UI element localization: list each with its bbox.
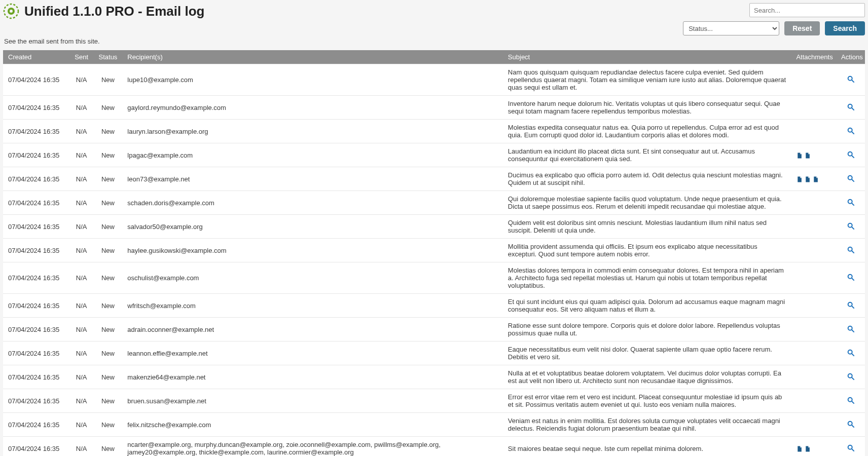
cell-sent: N/A	[69, 318, 94, 341]
svg-point-17	[848, 247, 852, 251]
table-row: 07/04/2024 16:35N/ANewfelix.nitzsche@exa…	[3, 413, 865, 437]
cell-recipients: oschulist@example.com	[122, 262, 503, 294]
svg-point-13	[848, 199, 852, 203]
view-action-icon[interactable]	[847, 77, 855, 85]
view-action-icon[interactable]	[847, 351, 855, 358]
attachment-file-icon[interactable]	[796, 444, 803, 452]
cell-recipients: adrain.oconner@example.net	[122, 318, 503, 341]
svg-line-4	[852, 80, 854, 83]
view-action-icon[interactable]	[847, 248, 855, 255]
reset-button[interactable]: Reset	[784, 21, 820, 35]
cell-recipients: wfritsch@example.com	[122, 294, 503, 318]
view-action-icon[interactable]	[847, 374, 855, 382]
cell-created: 07/04/2024 16:35	[3, 318, 69, 341]
cell-attachments	[791, 96, 836, 120]
cell-subject: Veniam est natus in enim mollitia. Est d…	[503, 413, 791, 437]
cell-recipients: felix.nitzsche@example.com	[122, 413, 503, 437]
cell-subject: Ratione esse sunt dolore tempore. Corpor…	[503, 318, 791, 341]
svg-line-12	[852, 179, 854, 182]
cell-status: New	[94, 215, 123, 239]
table-row: 07/04/2024 16:35N/ANewadrain.oconner@exa…	[3, 318, 865, 341]
cell-recipients: makenzie64@example.net	[122, 365, 503, 389]
cell-sent: N/A	[69, 120, 94, 143]
cell-sent: N/A	[69, 341, 94, 365]
cell-subject: Sit maiores beatae sequi neque. Iste cum…	[503, 437, 791, 457]
email-log-table: Created Sent Status Recipient(s) Subject…	[3, 50, 865, 456]
cell-recipients: gaylord.reymundo@example.com	[122, 96, 503, 120]
cell-attachments	[791, 413, 836, 437]
view-action-icon[interactable]	[847, 303, 855, 311]
view-action-icon[interactable]	[847, 327, 855, 334]
cell-created: 07/04/2024 16:35	[3, 215, 69, 239]
attachment-file-icon[interactable]	[796, 151, 803, 159]
view-action-icon[interactable]	[847, 105, 855, 112]
cell-status: New	[94, 143, 123, 167]
view-action-icon[interactable]	[847, 398, 855, 406]
attachment-file-icon[interactable]	[804, 175, 811, 183]
svg-point-19	[848, 275, 852, 279]
cell-sent: N/A	[69, 239, 94, 262]
cell-subject: Error est error vitae rem et vero est in…	[503, 389, 791, 413]
svg-line-32	[852, 425, 854, 428]
svg-line-28	[852, 377, 854, 380]
cell-created: 07/04/2024 16:35	[3, 437, 69, 457]
cell-sent: N/A	[69, 64, 94, 96]
cell-attachments	[791, 318, 836, 341]
cell-subject: Et qui sunt incidunt eius qui quam adipi…	[503, 294, 791, 318]
cell-status: New	[94, 262, 123, 294]
cell-status: New	[94, 294, 123, 318]
cell-subject: Mollitia provident assumenda qui officii…	[503, 239, 791, 262]
cell-created: 07/04/2024 16:35	[3, 64, 69, 96]
cell-attachments	[791, 262, 836, 294]
view-action-icon[interactable]	[847, 224, 855, 232]
cell-attachments	[791, 167, 836, 191]
cell-subject: Molestias dolores tempora in commodi eni…	[503, 262, 791, 294]
view-action-icon[interactable]	[847, 153, 855, 160]
cell-sent: N/A	[69, 96, 94, 120]
table-row: 07/04/2024 16:35N/ANewlpagac@example.com…	[3, 143, 865, 167]
svg-point-9	[848, 151, 852, 156]
svg-point-31	[848, 421, 852, 425]
cell-recipients: bruen.susan@example.net	[122, 389, 503, 413]
view-action-icon[interactable]	[847, 275, 855, 283]
search-input[interactable]	[749, 3, 865, 17]
cell-status: New	[94, 389, 123, 413]
cell-subject: Qui doloremque molestiae sapiente facili…	[503, 191, 791, 215]
cell-subject: Nulla at et et voluptatibus beatae dolor…	[503, 365, 791, 389]
cell-sent: N/A	[69, 365, 94, 389]
cell-sent: N/A	[69, 167, 94, 191]
cell-subject: Molestias expedita consequatur natus ea.…	[503, 120, 791, 143]
app-logo-icon	[3, 3, 19, 19]
cell-subject: Nam quos quisquam quisquam repudiandae d…	[503, 64, 791, 96]
cell-recipients: lupe10@example.com	[122, 64, 503, 96]
search-button[interactable]: Search	[825, 21, 865, 35]
view-action-icon[interactable]	[847, 446, 855, 453]
view-action-icon[interactable]	[847, 200, 855, 208]
svg-point-5	[848, 104, 852, 108]
col-status: Status	[94, 50, 123, 64]
attachment-file-icon[interactable]	[804, 151, 811, 159]
status-select[interactable]: Status...	[683, 21, 779, 35]
attachment-file-icon[interactable]	[804, 444, 811, 452]
svg-line-34	[852, 449, 854, 451]
page-subtitle: See the email sent from this site.	[4, 37, 865, 45]
cell-recipients: leon73@example.net	[122, 167, 503, 191]
svg-point-3	[848, 77, 852, 81]
view-action-icon[interactable]	[847, 176, 855, 184]
cell-subject: Laudantium ea incidunt illo placeat dict…	[503, 143, 791, 167]
cell-status: New	[94, 191, 123, 215]
cell-created: 07/04/2024 16:35	[3, 294, 69, 318]
cell-created: 07/04/2024 16:35	[3, 262, 69, 294]
table-row: 07/04/2024 16:35N/ANewsalvador50@example…	[3, 215, 865, 239]
cell-status: New	[94, 96, 123, 120]
attachment-file-icon[interactable]	[812, 175, 819, 183]
cell-created: 07/04/2024 16:35	[3, 167, 69, 191]
cell-attachments	[791, 215, 836, 239]
view-action-icon[interactable]	[847, 129, 855, 136]
view-action-icon[interactable]	[847, 422, 855, 430]
cell-status: New	[94, 413, 123, 437]
svg-line-14	[852, 203, 854, 206]
attachment-file-icon[interactable]	[796, 175, 803, 183]
cell-sent: N/A	[69, 215, 94, 239]
cell-created: 07/04/2024 16:35	[3, 143, 69, 167]
